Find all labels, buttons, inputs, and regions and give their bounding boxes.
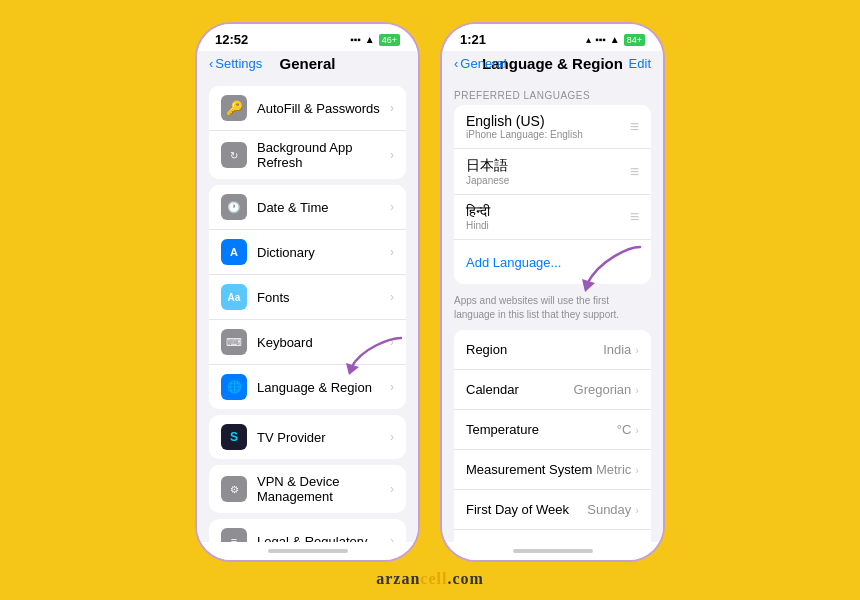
back-button-1[interactable]: ‹ Settings xyxy=(209,56,262,71)
background-refresh-icon: ↻ xyxy=(221,142,247,168)
measurement-item[interactable]: Measurement System Metric › xyxy=(454,450,651,490)
measurement-chevron: › xyxy=(635,464,639,476)
fonts-chevron: › xyxy=(390,290,394,304)
calendar-chevron: › xyxy=(635,384,639,396)
first-day-value: Sunday xyxy=(587,502,631,517)
first-day-label: First Day of Week xyxy=(466,502,587,517)
keyboard-item[interactable]: ⌨ Keyboard › xyxy=(209,320,406,365)
back-button-2[interactable]: ‹ General xyxy=(454,56,507,71)
vpn-item[interactable]: ⚙ VPN & Device Management › xyxy=(209,465,406,513)
status-time-2: 1:21 xyxy=(460,32,486,47)
home-indicator-1 xyxy=(268,549,348,553)
brand-text-cell: cell xyxy=(420,570,447,587)
nav-bar-2: ‹ General Language & Region Edit xyxy=(442,51,663,80)
temperature-label: Temperature xyxy=(466,422,617,437)
brand-text-arzan: arzan xyxy=(376,570,420,587)
date-time-chevron: › xyxy=(390,200,394,214)
background-refresh-label: Background App Refresh xyxy=(257,140,386,170)
settings-list: 🔑 AutoFill & Passwords › ↻ Background Ap… xyxy=(197,80,418,542)
tv-provider-label: TV Provider xyxy=(257,430,386,445)
japanese-language-sub: Japanese xyxy=(466,175,622,186)
temperature-item[interactable]: Temperature °C › xyxy=(454,410,651,450)
wifi-icon-1: ▲ xyxy=(365,34,375,45)
date-time-icon: 🕐 xyxy=(221,194,247,220)
date-format-item[interactable]: Date Format 19/08/24 › xyxy=(454,530,651,542)
measurement-label: Measurement System xyxy=(466,462,596,477)
signal-icon-2: ▪▪▪ xyxy=(595,34,606,45)
status-bar-2: 1:21 ▴ ▪▪▪ ▲ 84+ xyxy=(442,24,663,51)
hindi-language-sub: Hindi xyxy=(466,220,622,231)
settings-group-4: ⚙ VPN & Device Management › xyxy=(209,465,406,513)
hindi-language-item[interactable]: हिन्दी Hindi ≡ xyxy=(454,195,651,240)
back-chevron-2: ‹ xyxy=(454,56,458,71)
add-language-button[interactable]: Add Language... xyxy=(466,255,561,270)
battery-icon-1: 46+ xyxy=(379,34,400,46)
settings-group-3: S TV Provider › xyxy=(209,415,406,459)
brand-name: arzancell.com xyxy=(376,570,484,588)
measurement-value: Metric xyxy=(596,462,631,477)
autofill-label: AutoFill & Passwords xyxy=(257,101,386,116)
languages-group: English (US) iPhone Language: English ≡ … xyxy=(454,105,651,284)
background-refresh-chevron: › xyxy=(390,148,394,162)
english-language-text: English (US) iPhone Language: English xyxy=(466,113,622,140)
legal-label: Legal & Regulatory xyxy=(257,534,386,543)
first-day-item[interactable]: First Day of Week Sunday › xyxy=(454,490,651,530)
settings-group-5: ≡ Legal & Regulatory › xyxy=(209,519,406,542)
home-indicator-2 xyxy=(513,549,593,553)
hindi-language-name: हिन्दी xyxy=(466,203,622,220)
legal-chevron: › xyxy=(390,534,394,542)
status-icons-2: ▴ ▪▪▪ ▲ 84+ xyxy=(586,34,645,46)
signal-icon-1: ▪▪▪ xyxy=(350,34,361,45)
status-icons-1: ▪▪▪ ▲ 46+ xyxy=(350,34,400,46)
nav-title-1: General xyxy=(280,55,336,72)
japanese-language-text: 日本語 Japanese xyxy=(466,157,622,186)
autofill-item[interactable]: 🔑 AutoFill & Passwords › xyxy=(209,86,406,131)
lang-note: Apps and websites will use the first lan… xyxy=(442,290,663,330)
keyboard-chevron: › xyxy=(390,335,394,349)
language-region-chevron: › xyxy=(390,380,394,394)
background-refresh-item[interactable]: ↻ Background App Refresh › xyxy=(209,131,406,179)
settings-group-1: 🔑 AutoFill & Passwords › ↻ Background Ap… xyxy=(209,86,406,179)
english-language-name: English (US) xyxy=(466,113,622,129)
tv-provider-chevron: › xyxy=(390,430,394,444)
dictionary-label: Dictionary xyxy=(257,245,386,260)
dictionary-item[interactable]: A Dictionary › xyxy=(209,230,406,275)
date-time-label: Date & Time xyxy=(257,200,386,215)
region-label: Region xyxy=(466,342,603,357)
region-settings-group: Region India › Calendar Gregorian › Temp… xyxy=(454,330,651,542)
calendar-value: Gregorian xyxy=(574,382,632,397)
autofill-icon: 🔑 xyxy=(221,95,247,121)
english-language-item[interactable]: English (US) iPhone Language: English ≡ xyxy=(454,105,651,149)
preferred-languages-header: PREFERRED LANGUAGES xyxy=(442,80,663,105)
battery-icon-2: 84+ xyxy=(624,34,645,46)
calendar-item[interactable]: Calendar Gregorian › xyxy=(454,370,651,410)
fonts-item[interactable]: Aa Fonts › xyxy=(209,275,406,320)
brand-text-domain: .com xyxy=(447,570,483,587)
lang-region-content: PREFERRED LANGUAGES English (US) iPhone … xyxy=(442,80,663,542)
tv-provider-item[interactable]: S TV Provider › xyxy=(209,415,406,459)
language-region-item[interactable]: 🌐 Language & Region › xyxy=(209,365,406,409)
keyboard-icon: ⌨ xyxy=(221,329,247,355)
english-drag-handle: ≡ xyxy=(630,118,639,136)
phone-general: 12:52 ▪▪▪ ▲ 46+ ‹ Settings General 🔑 Aut… xyxy=(195,22,420,562)
temperature-chevron: › xyxy=(635,424,639,436)
language-region-label: Language & Region xyxy=(257,380,386,395)
dictionary-icon: A xyxy=(221,239,247,265)
legal-item[interactable]: ≡ Legal & Regulatory › xyxy=(209,519,406,542)
status-bar-1: 12:52 ▪▪▪ ▲ 46+ xyxy=(197,24,418,51)
region-item[interactable]: Region India › xyxy=(454,330,651,370)
fonts-icon: Aa xyxy=(221,284,247,310)
date-time-item[interactable]: 🕐 Date & Time › xyxy=(209,185,406,230)
phone-language-region: 1:21 ▴ ▪▪▪ ▲ 84+ ‹ General Language & Re… xyxy=(440,22,665,562)
vpn-icon: ⚙ xyxy=(221,476,247,502)
fonts-label: Fonts xyxy=(257,290,386,305)
autofill-chevron: › xyxy=(390,101,394,115)
edit-button[interactable]: Edit xyxy=(629,56,651,71)
japanese-language-item[interactable]: 日本語 Japanese ≡ xyxy=(454,149,651,195)
tv-provider-icon: S xyxy=(221,424,247,450)
vpn-label: VPN & Device Management xyxy=(257,474,386,504)
region-value: India xyxy=(603,342,631,357)
calendar-label: Calendar xyxy=(466,382,574,397)
legal-icon: ≡ xyxy=(221,528,247,542)
add-language-item[interactable]: Add Language... xyxy=(454,240,651,284)
